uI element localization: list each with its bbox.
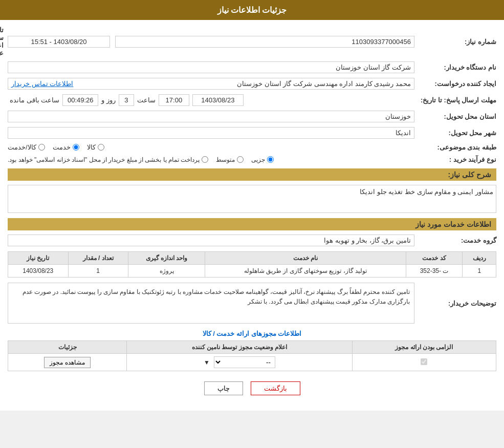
city-value: اندیکا xyxy=(8,127,414,139)
category-radio-khedmat[interactable] xyxy=(73,144,79,151)
col-status: اعلام وضعیت مجوز توسط نامین کننده xyxy=(127,341,353,354)
creator-label: ایجاد کننده درخواست: xyxy=(414,80,496,88)
announce-label: تاریخ و ساعت اعلان عمومی: xyxy=(0,26,4,57)
process-radio-medium[interactable] xyxy=(237,156,244,163)
creator-contact-link[interactable]: اطلاعات تماس خریدار xyxy=(11,80,73,88)
creator-value: محمد رشیدی کارمند اداره مهندسی شرکت گاز … xyxy=(8,78,414,90)
col-quantity: تعداد / مقدار xyxy=(68,252,128,265)
category-label-kala-khedmat: کالا/خدمت xyxy=(8,143,36,151)
description-row: مشاور ایمنی و مقاوم سازی خط تغذیه جلو ان… xyxy=(8,184,496,214)
process-type-row: نوع فرآیند خرید : پرداخت تمام یا بخشی از… xyxy=(8,155,496,164)
creator-input-area: محمد رشیدی کارمند اداره مهندسی شرکت گاز … xyxy=(8,78,414,90)
services-table-header-row: ردیف کد خدمت نام خدمت واحد اندازه گیری ت… xyxy=(8,252,496,265)
cell-service-name: تولید گاز، توزیع سوختهای گازی از طریق شا… xyxy=(205,265,406,278)
cell-row-num: 1 xyxy=(463,265,496,278)
page-container: جزئیات اطلاعات نیاز شماره نیاز: 11030933… xyxy=(0,0,504,411)
status-select[interactable]: -- xyxy=(214,356,275,368)
need-number-input: 1103093377000456 xyxy=(115,36,414,48)
deadline-value: ساعت باقی مانده 00:49:26 روز و 3 ساعت 17… xyxy=(8,94,414,106)
permits-table: الزامی بودن ارائه مجوز اعلام وضعیت مجوز … xyxy=(8,340,496,371)
col-service-code: کد خدمت xyxy=(406,252,463,265)
category-option-khedmat[interactable]: خدمت xyxy=(53,143,79,151)
category-radio-kala[interactable] xyxy=(98,144,104,151)
col-unit: واحد اندازه گیری xyxy=(128,252,205,265)
process-type-options: پرداخت تمام یا بخشی از مبلغ خریدار از مح… xyxy=(8,156,414,163)
col-details: جزئیات xyxy=(8,341,127,354)
city-row: شهر محل تحویل: اندیکا xyxy=(8,126,496,140)
response-date-box: 1403/08/23 xyxy=(192,94,244,106)
days-and-label: روز و xyxy=(101,96,116,104)
required-checkbox[interactable] xyxy=(421,358,427,365)
permits-section-title: اطلاعات مجوزهای ارائه خدمت / کالا xyxy=(8,330,496,337)
service-group-label: گروه خدمت: xyxy=(414,237,496,244)
creator-row: ایجاد کننده درخواست: محمد رشیدی کارمند ا… xyxy=(8,77,496,91)
announce-area: 1403/08/20 - 15:51 تاریخ و ساعت اعلان عم… xyxy=(8,26,110,57)
buyer-org-value: شرکت گاز استان خوزستان xyxy=(8,61,414,73)
category-row: طبقه بندی موضوعی: کالا/خدمت خدمت کالا xyxy=(8,142,496,152)
buyer-org-label: نام دستگاه خریدار: xyxy=(414,63,496,71)
process-option-medium[interactable]: متوسط xyxy=(216,156,244,163)
dropdown-icon: ▼ xyxy=(204,359,210,366)
process-label-treasury: پرداخت تمام یا بخشی از مبلغ خریدار از مح… xyxy=(8,156,200,163)
process-option-treasury[interactable]: پرداخت تمام یا بخشی از مبلغ خریدار از مح… xyxy=(8,156,208,163)
buyer-notes-row: توضیحات خریدار: تامین کننده محترم لطفاً … xyxy=(8,282,496,325)
permits-header-row: الزامی بودن ارائه مجوز اعلام وضعیت مجوز … xyxy=(8,341,496,354)
process-type-label: نوع فرآیند خرید : xyxy=(414,156,496,163)
col-required: الزامی بودن ارائه مجوز xyxy=(352,341,496,354)
buyer-notes-label: توضیحات خریدار: xyxy=(414,300,496,307)
category-label: طبقه بندی موضوعی: xyxy=(414,143,496,151)
process-radio-minor[interactable] xyxy=(267,156,274,163)
need-number-value: 1103093377000456 xyxy=(115,36,414,48)
main-content: شماره نیاز: 1103093377000456 1403/08/20 … xyxy=(0,20,504,411)
cell-date: 1403/08/23 xyxy=(8,265,69,278)
creator-text: محمد رشیدی کارمند اداره مهندسی شرکت گاز … xyxy=(237,80,411,88)
remaining-label: ساعت باقی مانده xyxy=(10,96,59,104)
description-section-title: شرح کلی نیاز: xyxy=(8,168,496,181)
category-option-kala-khedmat[interactable]: کالا/خدمت xyxy=(8,143,45,151)
cell-quantity: 1 xyxy=(68,265,128,278)
services-table: ردیف کد خدمت نام خدمت واحد اندازه گیری ت… xyxy=(8,251,496,278)
deadline-label: مهلت ارسال پاسخ: تا تاریخ: xyxy=(414,96,496,104)
service-group-row: گروه خدمت: تامین برق، گاز، بخار و تهویه … xyxy=(8,233,496,247)
view-permit-button[interactable]: مشاهده مجوز xyxy=(44,357,90,368)
print-button[interactable]: چاپ xyxy=(204,381,243,395)
process-type-value: پرداخت تمام یا بخشی از مبلغ خریدار از مح… xyxy=(8,156,414,163)
buyer-org-input: شرکت گاز استان خوزستان xyxy=(8,61,414,73)
category-radio-kala-khedmat[interactable] xyxy=(38,144,45,151)
province-row: استان محل تحویل: خوزستان xyxy=(8,110,496,123)
announce-date: 1403/08/20 - 15:51 xyxy=(8,36,110,48)
process-option-minor[interactable]: جزیی xyxy=(251,156,274,163)
service-group-input: تامین برق، گاز، بخار و تهویه هوا xyxy=(8,234,414,246)
description-box[interactable]: مشاور ایمنی و مقاوم سازی خط تغذیه جلو ان… xyxy=(8,185,496,213)
col-service-name: نام خدمت xyxy=(205,252,406,265)
process-label-minor: جزیی xyxy=(251,156,265,163)
services-section-title: اطلاعات خدمات مورد نیاز xyxy=(8,218,496,230)
deadline-row: مهلت ارسال پاسخ: تا تاریخ: ساعت باقی مان… xyxy=(8,93,496,107)
cell-service-code: ت -35-352 xyxy=(406,265,463,278)
city-input: اندیکا xyxy=(8,127,414,139)
back-button[interactable]: بازگشت xyxy=(251,381,300,395)
col-row-num: ردیف xyxy=(463,252,496,265)
time-box: 17:00 xyxy=(159,94,189,106)
page-header: جزئیات اطلاعات نیاز xyxy=(0,0,504,20)
buyer-notes-box: تامین کننده محترم لطفاً برگ پیشنهاد نرخ،… xyxy=(8,283,414,324)
countdown-box: 00:49:26 xyxy=(62,94,98,106)
permits-row: -- ▼ مشاهده مجوز xyxy=(8,354,496,371)
category-option-kala[interactable]: کالا xyxy=(87,143,104,151)
time-label: ساعت xyxy=(137,96,156,104)
deadline-date-row: ساعت باقی مانده 00:49:26 روز و 3 ساعت 17… xyxy=(8,94,414,106)
action-buttons: بازگشت چاپ xyxy=(8,381,496,395)
days-box: 3 xyxy=(119,94,134,106)
category-value: کالا/خدمت خدمت کالا xyxy=(8,143,414,151)
province-value: خوزستان xyxy=(8,111,414,122)
category-label-khedmat: خدمت xyxy=(53,143,71,151)
table-row: 1 ت -35-352 تولید گاز، توزیع سوختهای گاز… xyxy=(8,265,496,278)
category-radio-group: کالا/خدمت خدمت کالا xyxy=(8,143,414,151)
service-group-value: تامین برق، گاز، بخار و تهویه هوا xyxy=(8,234,414,246)
process-radio-treasury[interactable] xyxy=(202,156,208,163)
status-area: -- ▼ xyxy=(131,356,348,368)
need-number-label: شماره نیاز: xyxy=(414,38,496,46)
category-label-kala: کالا xyxy=(87,143,96,151)
province-label: استان محل تحویل: xyxy=(414,113,496,120)
col-date: تاریخ نیاز xyxy=(8,252,69,265)
